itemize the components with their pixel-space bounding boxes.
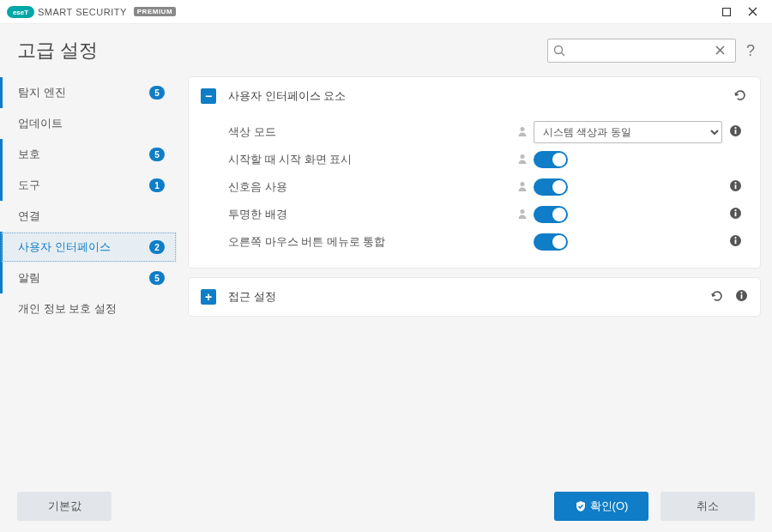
footer: 기본값 확인(O) 취소: [0, 481, 772, 532]
sidebar-item-label: 사용자 인터페이스: [18, 239, 144, 255]
info-icon: [729, 179, 742, 192]
user-icon: [516, 125, 528, 140]
row-label: 신호음 사용: [228, 179, 516, 195]
revert-button[interactable]: [709, 288, 725, 306]
window-maximize-button[interactable]: [714, 2, 739, 22]
sidebar-item-label: 업데이트: [18, 116, 165, 131]
sidebar-item-label: 연결: [18, 209, 165, 224]
panel-body: 색상 모드 시스템 색상과 동일: [189, 115, 760, 268]
svg-point-9: [521, 182, 525, 186]
sidebar-item-update[interactable]: 업데이트: [0, 108, 177, 139]
undo-icon: [709, 288, 725, 304]
context-menu-toggle[interactable]: [534, 233, 568, 251]
info-button[interactable]: [729, 207, 742, 222]
window-close-button[interactable]: [739, 2, 765, 22]
undo-icon: [733, 88, 748, 103]
panel-access-settings: + 접근 설정: [189, 278, 760, 316]
svg-rect-2: [723, 8, 731, 15]
sidebar-item-label: 개인 정보 보호 설정: [18, 301, 165, 317]
expand-icon[interactable]: +: [201, 289, 216, 305]
maximize-icon: [722, 8, 731, 16]
page-title: 고급 설정: [17, 38, 547, 63]
svg-point-16: [734, 209, 736, 211]
sidebar-item-notifications[interactable]: 알림 5: [0, 263, 177, 293]
row-label: 색상 모드: [228, 124, 516, 140]
user-icon: [516, 208, 528, 222]
sidebar-item-label: 보호: [18, 147, 144, 162]
edition-badge: PREMIUM: [134, 7, 176, 16]
ok-button[interactable]: 확인(O): [554, 492, 648, 521]
svg-text:eseT: eseT: [13, 9, 28, 16]
splash-toggle[interactable]: [534, 151, 568, 168]
panel-header[interactable]: − 사용자 인터페이스 요소: [189, 77, 760, 115]
sidebar-badge: 5: [149, 86, 165, 100]
search-clear-button[interactable]: [705, 43, 735, 58]
panel-ui-elements: − 사용자 인터페이스 요소 색상 모드 시스템 색: [189, 77, 760, 268]
svg-rect-6: [734, 130, 736, 134]
clear-icon: [715, 45, 725, 55]
row-transparent-bg: 투명한 배경: [228, 201, 748, 228]
sidebar-badge: 5: [149, 148, 165, 161]
info-icon: [729, 124, 742, 137]
page-header: 고급 설정 ?: [0, 24, 772, 74]
collapse-icon[interactable]: −: [201, 88, 216, 104]
brand-text: SMART SECURITY: [38, 7, 127, 17]
info-icon: [735, 289, 748, 302]
svg-point-3: [554, 46, 562, 54]
sidebar-badge: 1: [149, 178, 165, 192]
sidebar-badge: 5: [149, 271, 165, 285]
svg-rect-21: [741, 294, 743, 299]
svg-point-12: [734, 182, 736, 184]
titlebar: eseT SMART SECURITY PREMIUM: [0, 0, 772, 24]
svg-point-8: [521, 154, 525, 159]
svg-rect-11: [734, 184, 736, 189]
cancel-button[interactable]: 취소: [660, 492, 755, 521]
defaults-button[interactable]: 기본값: [17, 492, 112, 521]
info-icon: [729, 234, 742, 247]
sidebar: 탐지 엔진 5 업데이트 보호 5 도구 1 연결 사용자 인터페이스 2 알림…: [0, 74, 177, 481]
sidebar-item-privacy[interactable]: 개인 정보 보호 설정: [0, 293, 177, 324]
main-area: 탐지 엔진 5 업데이트 보호 5 도구 1 연결 사용자 인터페이스 2 알림…: [0, 74, 772, 481]
row-color-mode: 색상 모드 시스템 색상과 동일: [228, 118, 748, 146]
brand-logo: eseT SMART SECURITY PREMIUM: [7, 6, 176, 18]
color-mode-select[interactable]: 시스템 색상과 동일: [534, 121, 722, 143]
sound-toggle[interactable]: [534, 178, 568, 196]
row-label: 오른쪽 마우스 버튼 메뉴로 통합: [228, 234, 516, 250]
svg-rect-15: [734, 212, 736, 216]
svg-rect-18: [734, 239, 736, 244]
sidebar-item-detection-engine[interactable]: 탐지 엔진 5: [0, 77, 177, 108]
row-label: 투명한 배경: [228, 207, 516, 222]
info-button[interactable]: [729, 124, 742, 140]
svg-point-22: [740, 292, 742, 293]
search-input[interactable]: [570, 39, 705, 62]
row-splash-screen: 시작할 때 시작 화면 표시: [228, 146, 748, 173]
svg-point-19: [734, 237, 736, 239]
eset-logo-icon: eseT: [7, 6, 34, 18]
user-icon: [516, 180, 528, 195]
panel-title: 사용자 인터페이스 요소: [228, 88, 733, 104]
content-area: − 사용자 인터페이스 요소 색상 모드 시스템 색: [177, 74, 772, 481]
panel-header[interactable]: + 접근 설정: [189, 278, 760, 316]
info-button[interactable]: [735, 289, 748, 305]
search-field[interactable]: [547, 39, 736, 63]
svg-point-4: [521, 127, 525, 131]
sidebar-item-user-interface[interactable]: 사용자 인터페이스 2: [0, 232, 177, 263]
sidebar-item-connection[interactable]: 연결: [0, 201, 177, 232]
sidebar-item-protection[interactable]: 보호 5: [0, 139, 177, 170]
sidebar-item-label: 알림: [18, 270, 144, 286]
transparent-bg-toggle[interactable]: [534, 206, 568, 223]
search-icon: [553, 45, 565, 57]
shield-check-icon: [575, 500, 587, 512]
info-icon: [729, 207, 742, 220]
ok-button-label: 확인(O): [590, 499, 629, 514]
help-button[interactable]: ?: [746, 42, 755, 60]
revert-button[interactable]: [733, 88, 748, 106]
row-label: 시작할 때 시작 화면 표시: [228, 152, 516, 167]
row-sound: 신호음 사용: [228, 173, 748, 201]
user-icon: [516, 153, 528, 167]
panel-title: 접근 설정: [228, 289, 709, 305]
close-icon: [748, 7, 757, 16]
info-button[interactable]: [729, 179, 742, 195]
sidebar-item-tools[interactable]: 도구 1: [0, 170, 177, 201]
info-button[interactable]: [729, 234, 742, 250]
